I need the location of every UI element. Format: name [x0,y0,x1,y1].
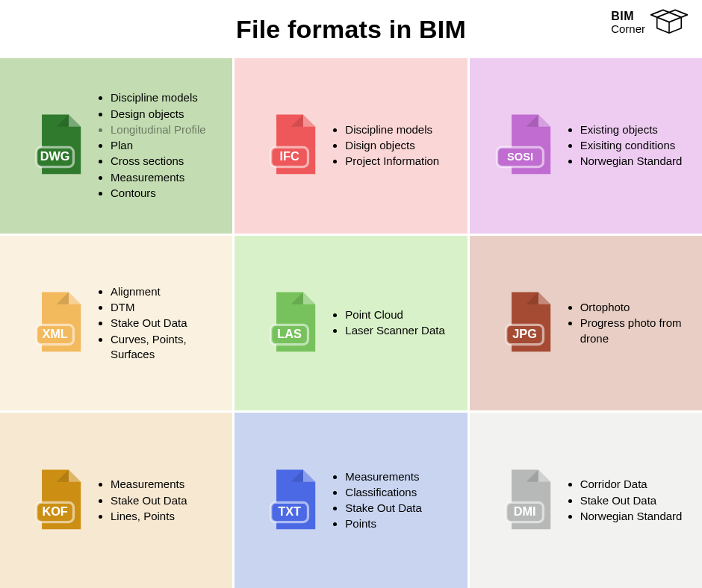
open-box-icon [650,6,689,39]
format-card-dmi: DMI Corridor DataStake Out DataNorwegian… [470,413,702,588]
list-item: Cross sections [111,154,219,169]
list-item: Classifications [345,485,453,500]
list-item: Plan [111,138,219,153]
format-card-content: OrtophotoProgress photo from drone [562,299,689,347]
list-item: Stake Out Data [345,501,453,516]
list-item: Norwegian Standard [580,509,689,524]
file-icon-dmi: DMI [488,460,562,542]
format-feature-list: AlignmentDTMStake Out DataCurves, Points… [97,284,219,362]
svg-text:JPG: JPG [512,327,537,340]
list-item: Measurements [111,170,219,185]
format-card-content: Discipline modelsDisign objectsProject I… [327,122,453,170]
list-item: Progress photo from drone [580,316,689,346]
list-item: Measurements [345,469,453,484]
file-icon-xml: XML [18,282,93,364]
list-item: Corridor Data [580,477,689,492]
list-item: Exisiting conditions [580,138,689,153]
format-card-content: Discipline modelsDesign objectsLongitudi… [93,90,219,201]
list-item: DTM [111,300,219,315]
list-item: Contours [111,186,219,201]
svg-text:XML: XML [42,327,67,340]
file-icon-sosi: SOSI [488,104,562,187]
file-icon-las: LAS [252,282,327,364]
format-card-jpg: JPG OrtophotoProgress photo from drone [470,236,702,411]
format-card-las: LAS Point CloudLaser Scanner Data [234,236,467,411]
format-feature-list: Discipline modelsDisign objectsProject I… [332,122,453,169]
format-feature-list: MeasurementsClassificationsStake Out Dat… [332,469,453,532]
format-card-ifc: IFC Discipline modelsDisign objectsProje… [234,58,467,234]
list-item: Norwegian Standard [580,154,689,169]
svg-text:IFC: IFC [280,150,299,163]
list-item: Discipline models [111,90,219,105]
svg-text:SOSI: SOSI [507,151,533,163]
format-feature-list: Discipline modelsDesign objectsLongitudi… [97,90,219,201]
list-item: Laser Scanner Data [345,323,453,338]
brand-line1: BIM [611,10,645,23]
format-feature-list: Point CloudLaser Scanner Data [332,307,453,339]
format-card-content: MeasurementsStake Out DataLines, Points [93,476,219,525]
file-icon-jpg: JPG [488,282,562,364]
format-feature-list: OrtophotoProgress photo from drone [567,300,689,346]
list-item: Ortophoto [580,300,689,315]
file-icon-kof: KOF [18,460,93,542]
list-item: Disign objects [345,138,453,153]
list-item: Stake Out Data [111,316,219,331]
svg-text:TXT: TXT [279,504,302,518]
svg-text:DWG: DWG [40,150,70,163]
file-icon-txt: TXT [252,460,327,542]
list-item: Existing objects [580,122,689,137]
list-item: Design objects [111,107,219,122]
svg-text:LAS: LAS [278,327,302,340]
list-item: Lines, Points [111,509,219,524]
file-icon-dwg: DWG [18,104,93,187]
brand-text: BIM Corner [611,10,645,35]
format-feature-list: Existing objectsExisiting conditionsNorw… [567,122,689,169]
brand-badge: BIM Corner [611,6,689,39]
list-item: Alignment [111,284,219,299]
format-grid: DWG Discipline modelsDesign objectsLongi… [0,58,702,588]
format-card-dwg: DWG Discipline modelsDesign objectsLongi… [0,58,232,234]
format-feature-list: MeasurementsStake Out DataLines, Points [97,477,219,524]
format-feature-list: Corridor DataStake Out DataNorwegian Sta… [567,477,689,524]
list-item: Stake Out Data [111,493,219,508]
format-card-sosi: SOSI Existing objectsExisiting condition… [470,58,702,234]
format-card-kof: KOF MeasurementsStake Out DataLines, Poi… [0,413,232,588]
list-item: Project Information [345,154,453,169]
format-card-txt: TXT MeasurementsClassificationsStake Out… [234,413,467,588]
svg-marker-0 [657,13,682,22]
format-card-content: Corridor DataStake Out DataNorwegian Sta… [562,476,689,525]
page-title: File formats in BIM [236,15,466,44]
format-card-content: AlignmentDTMStake Out DataCurves, Points… [93,284,219,363]
svg-text:KOF: KOF [42,504,67,518]
format-card-content: Existing objectsExisiting conditionsNorw… [562,122,689,170]
brand-line2: Corner [611,23,645,35]
list-item: Stake Out Data [580,493,689,508]
format-card-content: MeasurementsClassificationsStake Out Dat… [327,469,453,533]
header: File formats in BIM BIM Corner [0,0,702,58]
list-item: Discipline models [345,122,453,137]
list-item: Points [345,516,453,531]
list-item: Longitudinal Profile [111,122,219,137]
list-item: Measurements [111,477,219,492]
svg-text:DMI: DMI [513,504,535,518]
format-card-content: Point CloudLaser Scanner Data [327,307,453,340]
list-item: Curves, Points, Surfaces [111,332,219,363]
list-item: Point Cloud [345,307,453,322]
format-card-xml: XML AlignmentDTMStake Out DataCurves, Po… [0,236,232,411]
file-icon-ifc: IFC [252,104,327,187]
